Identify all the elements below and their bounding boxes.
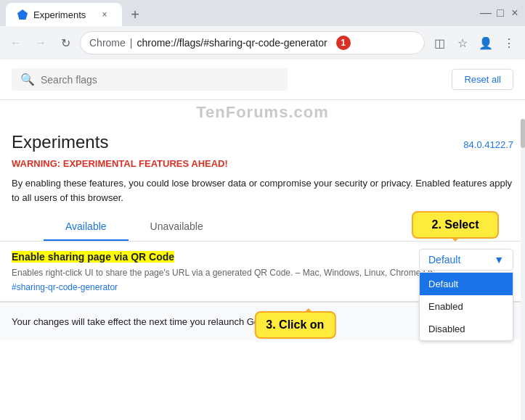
search-input[interactable] [41,74,279,86]
warning-text: WARNING: EXPERIMENTAL FEATURES AHEAD! [0,155,525,172]
tab-unavailable[interactable]: Unavailable [129,213,225,241]
dropdown-option-disabled[interactable]: Disabled [420,318,513,340]
tab-close-button[interactable]: × [99,9,110,20]
flag-title: Enable sharing page via QR Code [12,251,174,263]
address-url: chrome://flags/#sharing-qr-code-generato… [137,37,327,49]
page: 🔍 Reset all TenForums.com Experiments 84… [0,59,525,420]
select-callout: 2. Select [412,211,499,239]
forward-button[interactable]: → [30,33,51,53]
minimize-button[interactable]: — [481,9,490,17]
description-text: By enabling these features, you could lo… [0,172,525,213]
flag-dropdown-wrap: 2. Select Default ▼ Default Enabled Disa… [419,249,513,271]
flag-dropdown-menu: Default Enabled Disabled [419,272,513,341]
flags-search-bar: 🔍 Reset all [0,59,525,100]
reload-button[interactable]: ↻ [55,33,76,53]
new-tab-button[interactable]: + [125,4,145,25]
click-callout: 3. Click on [254,311,335,339]
active-tab[interactable]: Experiments × [6,3,122,26]
extensions-button[interactable]: ◫ [429,33,449,53]
page-content: 🔍 Reset all TenForums.com Experiments 84… [0,59,525,420]
tab-strip: Experiments × + [6,0,145,26]
tab-available[interactable]: Available [44,213,129,241]
dropdown-current-value: Default [428,254,460,265]
chrome-label: Chrome [89,37,126,49]
reset-all-button[interactable]: Reset all [452,69,513,90]
menu-button[interactable]: ⋮ [499,33,519,53]
window-controls: — □ × [481,9,519,17]
search-icon: 🔍 [20,73,35,86]
scrollbar-track[interactable] [521,119,525,420]
address-text: Chrome | chrome://flags/#sharing-qr-code… [89,37,327,49]
dropdown-option-default[interactable]: Default [420,273,513,295]
tab-favicon [17,9,28,20]
watermark: TenForums.com [0,100,525,125]
flag-dropdown-trigger[interactable]: Default ▼ [419,249,513,271]
navigation-bar: ← → ↻ Chrome | chrome://flags/#sharing-q… [0,26,525,59]
version-badge: 84.0.4122.7 [463,139,513,150]
dropdown-arrow-icon: ▼ [494,254,504,265]
title-bar: Experiments × + — □ × [0,0,525,26]
experiments-title: Experiments [12,132,108,152]
address-divider: | [130,37,133,49]
maximize-button[interactable]: □ [496,9,505,17]
address-bar[interactable]: Chrome | chrome://flags/#sharing-qr-code… [80,31,425,54]
flag-item: Enable sharing page via QR Code Enables … [0,242,525,302]
close-window-button[interactable]: × [510,9,519,17]
tab-title: Experiments [33,9,86,20]
profile-button[interactable]: 👤 [476,33,496,53]
experiments-header: Experiments 84.0.4122.7 [0,125,525,155]
nav-right-icons: ◫ ☆ 👤 ⋮ [429,33,519,53]
bookmark-button[interactable]: ☆ [452,33,473,53]
badge-number: 1 [336,36,351,50]
search-input-wrap[interactable]: 🔍 [12,68,288,91]
back-button[interactable]: ← [6,33,26,53]
dropdown-option-enabled[interactable]: Enabled [420,295,513,318]
scrollbar-thumb[interactable] [521,119,525,148]
